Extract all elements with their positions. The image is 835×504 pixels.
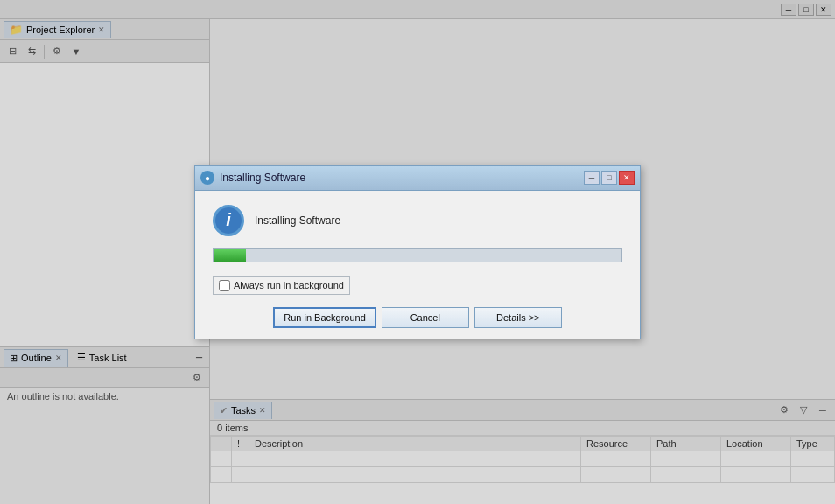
dialog-eclipse-icon: ●: [205, 173, 210, 183]
cancel-button[interactable]: Cancel: [382, 307, 469, 328]
dialog-minimize-button[interactable]: ─: [584, 171, 600, 185]
dialog-body: i Installing Software Always run in back…: [195, 191, 640, 339]
dialog-close-button[interactable]: ✕: [619, 171, 635, 185]
dialog-restore-button[interactable]: □: [601, 171, 617, 185]
always-run-label[interactable]: Always run in background: [213, 276, 350, 295]
installing-software-dialog: ● Installing Software ─ □ ✕ i Installing…: [194, 165, 641, 340]
run-in-background-button[interactable]: Run in Background: [273, 307, 376, 328]
checkbox-area: Always run in background: [213, 276, 622, 295]
dialog-title-icon: ●: [200, 171, 214, 185]
progress-bar-fill: [214, 249, 246, 262]
dialog-buttons: Run in Background Cancel Details >>: [213, 307, 622, 328]
always-run-checkbox[interactable]: [219, 280, 230, 291]
details-button[interactable]: Details >>: [474, 307, 562, 328]
info-letter: i: [226, 210, 231, 230]
dialog-header: i Installing Software: [213, 205, 622, 236]
dialog-title: Installing Software: [220, 172, 579, 184]
info-icon: i: [213, 205, 244, 236]
dialog-titlebar-buttons: ─ □ ✕: [584, 171, 635, 185]
progress-bar-container: [213, 248, 622, 262]
ide-background: ─ □ ✕ 📁 Project Explorer ✕ ⊟ ⇆: [0, 0, 835, 504]
modal-overlay: ● Installing Software ─ □ ✕ i Installing…: [0, 0, 835, 504]
dialog-titlebar: ● Installing Software ─ □ ✕: [195, 166, 640, 191]
dialog-header-text: Installing Software: [255, 214, 340, 227]
always-run-text: Always run in background: [234, 280, 344, 290]
